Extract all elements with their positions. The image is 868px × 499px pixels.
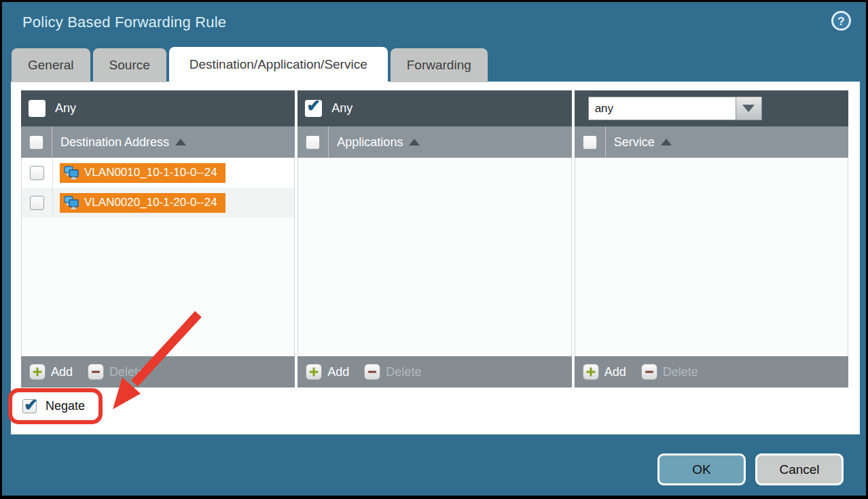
service-select-all-checkbox[interactable]	[583, 135, 597, 150]
address-object-icon	[63, 194, 79, 211]
table-row[interactable]: VLAN0010_10-1-10-0--24	[22, 158, 294, 188]
dropdown-button[interactable]	[736, 97, 762, 120]
destination-select-all-cell	[21, 126, 52, 158]
delete-button[interactable]: Delete	[641, 364, 698, 380]
tab-destination-application-service[interactable]: Destination/Application/Service	[169, 47, 388, 82]
service-column-header: Service	[575, 126, 848, 158]
applications-column-header: Applications	[297, 126, 571, 158]
applications-panel: Any Applications	[297, 90, 571, 388]
add-label: Add	[604, 365, 626, 379]
negate-label: Negate	[46, 399, 85, 413]
table-row[interactable]: VLAN0020_10-1-20-0--24	[22, 188, 294, 218]
address-object-chip[interactable]: VLAN0010_10-1-10-0--24	[60, 163, 225, 183]
service-select-all-cell	[575, 126, 606, 158]
add-label: Add	[327, 365, 349, 379]
help-icon[interactable]: ?	[831, 11, 851, 31]
cancel-button[interactable]: Cancel	[755, 453, 844, 485]
sort-ascending-icon	[175, 139, 186, 145]
address-object-chip[interactable]: VLAN0020_10-1-20-0--24	[60, 193, 225, 213]
ok-button[interactable]: OK	[657, 453, 746, 485]
address-object-icon	[63, 165, 79, 181]
destination-footer: Add Delete	[21, 356, 295, 388]
delete-icon	[364, 364, 380, 380]
service-column-label: Service	[614, 135, 655, 150]
service-dropdown[interactable]: any	[588, 97, 762, 120]
service-column-title[interactable]: Service	[614, 135, 672, 150]
add-button[interactable]: Add	[306, 364, 349, 380]
chevron-down-icon	[742, 105, 755, 112]
destination-any-label: Any	[55, 101, 76, 116]
applications-any-label: Any	[331, 101, 352, 116]
destination-any-bar: Any	[21, 90, 295, 126]
delete-icon	[88, 364, 104, 380]
negate-highlight-box: Negate	[8, 388, 103, 424]
address-object-label: VLAN0010_10-1-10-0--24	[84, 166, 217, 179]
service-panel: any Service	[575, 90, 848, 388]
sort-ascending-icon	[409, 139, 420, 145]
add-button[interactable]: Add	[583, 364, 626, 380]
dialog-titlebar: Policy Based Forwarding Rule ?	[2, 2, 866, 47]
destination-address-panel: Any Destination Address	[21, 90, 295, 388]
delete-label: Delete	[109, 365, 145, 379]
destination-address-list: VLAN0010_10-1-10-0--24	[21, 158, 295, 356]
row-checkbox-cell	[22, 158, 53, 188]
sort-ascending-icon	[661, 139, 672, 145]
tab-general[interactable]: General	[12, 48, 90, 82]
tab-bar: General Source Destination/Application/S…	[12, 47, 488, 82]
dialog-title: Policy Based Forwarding Rule	[22, 14, 226, 31]
delete-label: Delete	[663, 365, 698, 379]
applications-select-all-checkbox[interactable]	[306, 135, 320, 150]
delete-button[interactable]: Delete	[364, 364, 421, 380]
applications-footer: Add Delete	[297, 356, 571, 388]
add-icon	[583, 364, 599, 380]
applications-any-bar: Any	[297, 90, 571, 126]
address-object-label: VLAN0020_10-1-20-0--24	[84, 196, 217, 209]
tab-content: Any Destination Address	[11, 82, 860, 434]
row-checkbox-cell	[22, 188, 53, 218]
destination-column-title[interactable]: Destination Address	[60, 135, 186, 150]
panels-row: Any Destination Address	[21, 90, 848, 388]
negate-checkbox[interactable]	[22, 399, 37, 413]
service-dropdown-value: any	[588, 97, 736, 120]
service-dropdown-bar: any	[575, 90, 848, 126]
applications-select-all-cell	[297, 126, 329, 158]
policy-based-forwarding-dialog: Policy Based Forwarding Rule ? General S…	[0, 0, 868, 499]
service-list	[575, 158, 848, 356]
row-checkbox[interactable]	[30, 166, 44, 180]
delete-icon	[641, 364, 657, 380]
add-icon	[306, 364, 322, 380]
add-button[interactable]: Add	[29, 364, 73, 380]
delete-label: Delete	[386, 365, 421, 379]
add-label: Add	[51, 365, 73, 379]
delete-button[interactable]: Delete	[88, 364, 145, 380]
tab-forwarding[interactable]: Forwarding	[391, 48, 488, 82]
applications-any-checkbox[interactable]	[305, 100, 322, 117]
destination-any-checkbox[interactable]	[29, 100, 46, 117]
applications-list	[297, 158, 571, 356]
tab-source[interactable]: Source	[93, 48, 166, 82]
add-icon	[29, 364, 46, 380]
destination-select-all-checkbox[interactable]	[29, 135, 43, 150]
svg-text:?: ?	[837, 15, 844, 28]
destination-column-label: Destination Address	[60, 135, 169, 150]
service-footer: Add Delete	[575, 356, 848, 388]
row-checkbox[interactable]	[30, 196, 44, 210]
destination-column-header: Destination Address	[21, 126, 295, 158]
applications-column-title[interactable]: Applications	[337, 135, 420, 150]
applications-column-label: Applications	[337, 135, 403, 150]
